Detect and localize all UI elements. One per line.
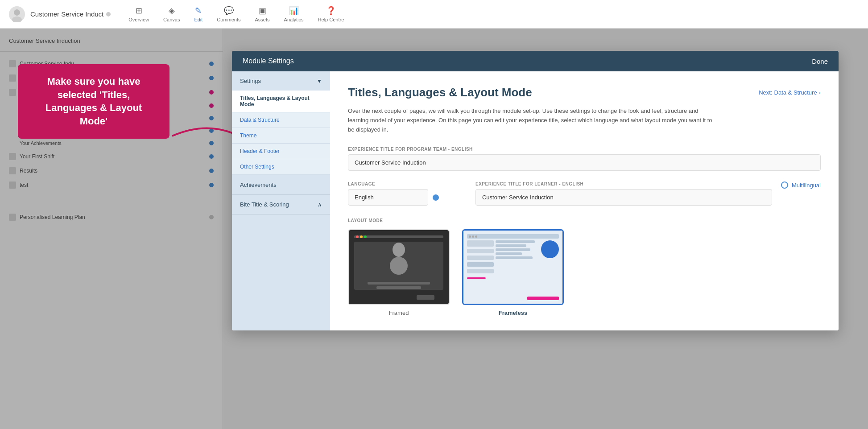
- bite-title-section[interactable]: Bite Title & Scoring ∧: [232, 195, 330, 214]
- nav-assets[interactable]: ▣ Assets: [255, 6, 270, 22]
- modal-body: Settings ▼ Titles, Languages & Layout Mo…: [232, 71, 839, 330]
- language-select-wrapper: [348, 189, 467, 206]
- modal-sidebar: Settings ▼ Titles, Languages & Layout Mo…: [232, 71, 330, 330]
- nav-comments[interactable]: 💬 Comments: [217, 6, 240, 22]
- layout-option-framed[interactable]: Framed: [348, 229, 450, 316]
- nav-help-label: Help Centre: [318, 17, 344, 22]
- fl-body: [467, 240, 559, 300]
- callout-text: Make sure you have selected 'Titles, Lan…: [45, 76, 142, 127]
- layout-options: Framed: [348, 229, 821, 316]
- framed-content: [354, 242, 443, 290]
- edit-icon: ✎: [195, 6, 202, 16]
- exp-title-input[interactable]: [348, 154, 821, 171]
- exp-title-group: EXPERIENCE TITLE FOR PROGRAM TEAM - Engl…: [348, 147, 821, 171]
- next-link[interactable]: Next: Data & Structure ›: [759, 89, 821, 96]
- nav-analytics[interactable]: 📊 Analytics: [284, 6, 304, 22]
- nav-help[interactable]: ❓ Help Centre: [318, 6, 344, 22]
- lang-row: LANGUAGE EXPERIENCE TITLE FOR LEARNER - …: [348, 182, 821, 206]
- chevron-down-icon: ▼: [317, 78, 322, 84]
- chevron-up-icon: ∧: [318, 201, 322, 208]
- module-settings-modal: Module Settings Done Settings ▼ Titles, …: [232, 51, 839, 330]
- modal-title: Module Settings: [243, 57, 294, 65]
- done-button[interactable]: Done: [812, 58, 828, 65]
- nav-overview[interactable]: ⊞ Overview: [128, 6, 149, 22]
- nav-canvas-label: Canvas: [163, 17, 180, 22]
- nav-comments-label: Comments: [217, 17, 240, 22]
- settings-section-header[interactable]: Settings ▼: [232, 71, 330, 91]
- sidebar-item-header-footer[interactable]: Header & Footer: [232, 144, 330, 159]
- frameless-preview: [462, 229, 564, 305]
- language-input[interactable]: [348, 189, 428, 206]
- svg-point-1: [14, 9, 20, 16]
- nav-items: ⊞ Overview ◈ Canvas ✎ Edit 💬 Comments ▣ …: [128, 6, 344, 22]
- layout-mode-section: LAYOUT MODE: [348, 218, 821, 316]
- callout-box: Make sure you have selected 'Titles, Lan…: [18, 64, 169, 139]
- learner-title-input[interactable]: [475, 189, 772, 206]
- settings-label: Settings: [240, 78, 261, 84]
- language-col: LANGUAGE: [348, 182, 467, 206]
- status-dot: [106, 12, 111, 16]
- canvas-icon: ◈: [169, 6, 175, 16]
- overview-icon: ⊞: [136, 6, 142, 16]
- page-background: Customer Service Induction Customer Serv…: [0, 29, 868, 429]
- nav-overview-label: Overview: [128, 17, 149, 22]
- framed-label: Framed: [389, 309, 409, 316]
- comments-icon: 💬: [224, 6, 234, 16]
- svg-point-4: [393, 243, 405, 257]
- multilingual-label: Multilingual: [792, 182, 821, 189]
- sidebar-item-other[interactable]: Other Settings: [232, 159, 330, 175]
- analytics-icon: 📊: [289, 6, 299, 16]
- bite-title-label: Bite Title & Scoring: [240, 201, 289, 208]
- help-icon: ❓: [326, 6, 336, 16]
- multilingual-col: Multilingual: [781, 182, 821, 193]
- exp-title-label: EXPERIENCE TITLE FOR PROGRAM TEAM - Engl…: [348, 147, 821, 152]
- top-navigation: Customer Service Induct ⊞ Overview ◈ Can…: [0, 0, 868, 29]
- next-target: Data & Structure: [774, 89, 817, 96]
- fl-bottom-bar: [527, 297, 559, 300]
- sidebar-item-data[interactable]: Data & Structure: [232, 112, 330, 128]
- multilingual-button[interactable]: Multilingual: [781, 182, 821, 189]
- page-title: Titles, Languages & Layout Mode: [348, 86, 532, 99]
- frameless-label: Frameless: [499, 309, 527, 316]
- modal-header: Module Settings Done: [232, 51, 839, 71]
- nav-edit-label: Edit: [194, 17, 203, 22]
- fl-left-col: [467, 240, 494, 300]
- globe-icon: [541, 240, 559, 258]
- language-dot: [433, 194, 439, 201]
- nav-analytics-label: Analytics: [284, 17, 304, 22]
- logo-icon: [9, 6, 25, 22]
- achievements-section[interactable]: Achievements: [232, 175, 330, 195]
- assets-icon: ▣: [259, 6, 266, 16]
- next-label: Next:: [759, 89, 772, 96]
- main-description: Over the next couple of pages, we will w…: [348, 107, 714, 134]
- main-title-row: Titles, Languages & Layout Mode Next: Da…: [348, 86, 821, 99]
- svg-rect-5: [390, 257, 408, 275]
- nav-assets-label: Assets: [255, 17, 270, 22]
- layout-option-frameless[interactable]: Frameless: [462, 229, 564, 316]
- learner-title-col: EXPERIENCE TITLE FOR LEARNER - English: [475, 182, 772, 206]
- framed-toolbar: [354, 235, 443, 238]
- modal-main-content: Titles, Languages & Layout Mode Next: Da…: [330, 71, 839, 330]
- radio-icon: [781, 182, 788, 189]
- layout-mode-label: LAYOUT MODE: [348, 218, 821, 223]
- nav-edit[interactable]: ✎ Edit: [194, 6, 203, 22]
- framed-preview: [348, 229, 450, 305]
- fl-right-col: [496, 240, 559, 300]
- learner-title-label: EXPERIENCE TITLE FOR LEARNER - English: [475, 182, 772, 186]
- sidebar-item-theme[interactable]: Theme: [232, 128, 330, 144]
- sidebar-item-titles[interactable]: Titles, Languages & Layout Mode: [232, 91, 330, 112]
- fl-topbar: [467, 234, 559, 239]
- app-title: Customer Service Induct: [30, 10, 103, 18]
- sidebar-nav-items: Titles, Languages & Layout Mode Data & S…: [232, 91, 330, 175]
- chevron-right-icon: ›: [819, 89, 821, 96]
- settings-section: Settings ▼ Titles, Languages & Layout Mo…: [232, 71, 330, 175]
- language-label: LANGUAGE: [348, 182, 467, 186]
- nav-canvas[interactable]: ◈ Canvas: [163, 6, 180, 22]
